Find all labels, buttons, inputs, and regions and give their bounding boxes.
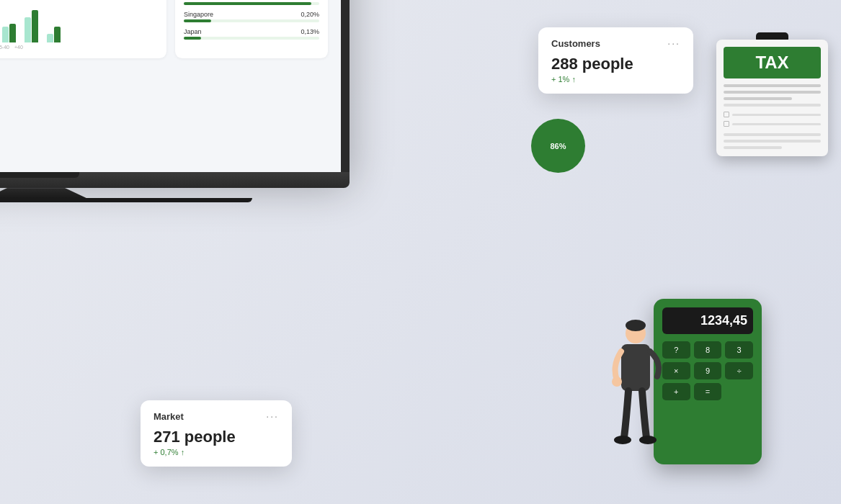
laptop-screen-outer: equip Accounting Dashboard Customers Inv… — [0, 0, 350, 172]
geo-row-indonesia: Indonesia 94 — [184, 0, 319, 1]
clip-line-7 — [724, 146, 782, 149]
geo-card: Geo Indonesia 94 — [175, 0, 328, 58]
green-blob: 86% — [531, 119, 585, 173]
geo-bar-bg-japan — [184, 37, 319, 40]
bar-women-plus40 — [47, 34, 53, 42]
calc-btn-8[interactable]: 8 — [694, 341, 722, 359]
customers-card-header: Customers ··· — [551, 37, 680, 49]
svg-point-8 — [612, 377, 622, 387]
bar-men-plus40 — [54, 27, 61, 42]
geo-item-japan: Japan 0,13% — [184, 28, 319, 40]
clip-line-2 — [724, 91, 821, 94]
bar-women-30-35 — [2, 27, 9, 42]
customers-change-arrow: ↑ — [571, 75, 576, 84]
calc-btn-divide[interactable]: ÷ — [725, 362, 753, 379]
laptop-foot — [0, 198, 252, 202]
calc-btn-3[interactable]: 3 — [725, 341, 753, 359]
clip-line-3 — [724, 97, 792, 100]
checkbox-line-2 — [732, 123, 821, 125]
market-floating-card: Market ··· 271 people + 0,7% ↑ — [141, 400, 292, 467]
geo-bar-bg-singapore — [184, 19, 319, 22]
customers-card-menu[interactable]: ··· — [667, 37, 680, 49]
svg-rect-7 — [621, 344, 650, 391]
geo-item-singapore: Singapore 0,20% — [184, 11, 319, 22]
laptop-stand — [0, 188, 108, 198]
blob-percent: 86% — [550, 142, 566, 150]
geo-bar-bg-indonesia — [184, 2, 319, 5]
laptop-screen-inner: equip Accounting Dashboard Customers Inv… — [0, 0, 341, 172]
market-card-header: Market ··· — [153, 410, 279, 422]
clipboard-check-row-2 — [724, 121, 821, 127]
clipboard-body: TAX — [716, 40, 828, 156]
clipboard-lines-group — [724, 84, 821, 149]
bar-group-30-35 — [2, 24, 16, 42]
svg-point-6 — [626, 320, 646, 331]
calc-btn-q[interactable]: ? — [662, 341, 690, 359]
charts-row-2: Gender / Age women men 40%2 — [0, 0, 328, 58]
tax-badge-display: TAX — [724, 47, 821, 78]
green-blob-container: 86% — [531, 119, 585, 173]
market-card-menu[interactable]: ··· — [266, 410, 279, 422]
bar-group-plus40 — [47, 27, 61, 42]
geo-value-singapore: 0,20% — [301, 11, 319, 18]
bar-chart — [0, 0, 158, 42]
person-svg — [608, 315, 662, 459]
clip-line-5 — [724, 133, 821, 136]
customers-floating-card: Customers ··· 288 people + 1% ↑ — [538, 27, 693, 94]
gender-age-card: Gender / Age women men 40%2 — [0, 0, 166, 58]
calc-btn-equals[interactable]: = — [694, 383, 722, 400]
geo-country-singapore: Singapore — [184, 11, 213, 18]
geo-bar-fill-singapore — [184, 19, 211, 22]
main-content: Statistics 🔍 Search 🔔 — [0, 0, 341, 172]
geo-row-singapore: Singapore 0,20% — [184, 11, 319, 18]
person-figure — [608, 315, 662, 462]
calculator-body: 1234,45 ? 8 3 × 9 ÷ + = — [654, 299, 762, 464]
geo-bar-fill-indonesia — [184, 2, 311, 5]
customers-card-value: 288 people — [551, 55, 680, 73]
customers-card-change: + 1% ↑ — [551, 75, 680, 84]
calculator-wrapper: 1234,45 ? 8 3 × 9 ÷ + = — [654, 299, 762, 464]
geo-country-japan: Japan — [184, 28, 202, 35]
checkbox-2 — [724, 121, 729, 127]
geo-value-japan: 0,13% — [301, 28, 319, 35]
checkbox-1 — [724, 112, 729, 117]
customers-card-title: Customers — [551, 38, 600, 49]
calc-btn-plus[interactable]: + — [662, 383, 690, 400]
bar-x-labels: <18 18-21 21-24 24-27 27-30 30-35 35-40 … — [0, 45, 158, 50]
calc-btn-multiply[interactable]: × — [662, 362, 690, 379]
geo-item-indonesia: Indonesia 94 — [184, 0, 319, 5]
clip-line-1 — [724, 84, 821, 87]
geo-row-japan: Japan 0,13% — [184, 28, 319, 35]
geo-list: Indonesia 94 Singapore — [184, 0, 319, 40]
bar-group-35-40 — [25, 10, 38, 42]
market-card-change: + 0,7% ↑ — [153, 448, 279, 456]
market-card-value: 271 people — [153, 428, 279, 446]
clip-line-6 — [724, 140, 821, 143]
bar-men-30-35 — [9, 24, 16, 42]
scene: equip Accounting Dashboard Customers Inv… — [0, 0, 841, 504]
svg-point-10 — [639, 436, 657, 444]
clip-line-4 — [724, 104, 821, 107]
laptop-base — [0, 172, 350, 188]
geo-value-indonesia: 94 — [312, 0, 319, 1]
clipboard-check-row-1 — [724, 112, 821, 117]
bar-men-35-40 — [32, 10, 38, 42]
calculator-display: 1234,45 — [662, 307, 753, 334]
calculator-buttons: ? 8 3 × 9 ÷ + = — [662, 341, 753, 400]
calc-btn-9[interactable]: 9 — [694, 362, 722, 379]
svg-point-9 — [614, 436, 631, 444]
geo-country-indonesia: Indonesia — [184, 0, 212, 1]
tax-clipboard-wrapper: TAX — [716, 32, 828, 156]
laptop: equip Accounting Dashboard Customers Inv… — [0, 0, 350, 202]
geo-bar-fill-japan — [184, 37, 201, 40]
market-card-title: Market — [153, 411, 184, 422]
bar-women-35-40 — [25, 17, 31, 42]
checkbox-line-1 — [732, 114, 821, 116]
market-change-arrow: ↑ — [181, 448, 185, 456]
